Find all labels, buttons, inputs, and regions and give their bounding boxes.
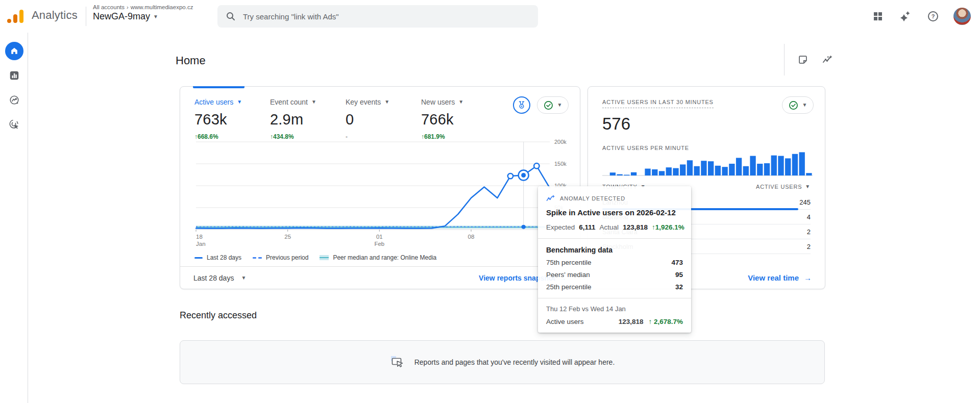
search-bar[interactable] [217, 5, 538, 28]
anomaly-badge: ANOMALY DETECTED [546, 194, 683, 202]
medal-icon [517, 100, 526, 110]
arrow-right-icon: → [804, 273, 812, 282]
city-users: 4 [807, 213, 811, 221]
active-users-per-minute-chart[interactable] [602, 148, 813, 177]
realtime-title: ACTIVE USERS IN LAST 30 MINUTES [602, 99, 714, 108]
select-cursor-icon [390, 355, 405, 369]
nav-reports[interactable] [0, 63, 28, 88]
chevron-down-icon[interactable]: ▼ [384, 99, 389, 105]
chevron-down-icon: ▼ [557, 103, 562, 108]
svg-text:?: ? [932, 13, 935, 19]
check-circle-icon [789, 100, 798, 110]
nav-explore[interactable] [0, 88, 28, 112]
anomaly-title: Spike in Active users on 2026-02-12 [546, 208, 683, 217]
benchmarking-button[interactable] [513, 96, 530, 114]
recently-accessed-empty-state: Reports and pages that you've recently v… [180, 340, 825, 384]
metric-value: 0 [346, 111, 421, 128]
realtime-quality-pill[interactable]: ▼ [782, 96, 814, 114]
solid-line-swatch [194, 257, 203, 259]
insights-icon[interactable] [820, 53, 835, 67]
empty-state-text: Reports and pages that you've recently v… [414, 358, 615, 366]
search-icon [226, 11, 236, 21]
band-swatch [320, 255, 329, 260]
chevron-down-icon: ▼ [153, 14, 158, 19]
legend-peer-median: Peer median and range: Online Media [320, 254, 436, 261]
check-circle-icon [544, 100, 553, 110]
svg-text:150k: 150k [554, 161, 567, 167]
add-note-icon[interactable] [796, 53, 810, 67]
svg-text:01: 01 [376, 234, 383, 240]
anomaly-stats: Expected 6,111 Actual 123,818 ↑1,926.1% [546, 223, 683, 231]
advertising-icon [9, 119, 20, 130]
active-users-trend-chart[interactable]: 050k100k150k200k18Jan2501Feb08 [192, 138, 575, 253]
explore-icon [9, 94, 20, 106]
product-name: Analytics [32, 9, 78, 22]
metric-value: 2.9m [270, 111, 346, 128]
divider [86, 7, 86, 26]
benchmark-title: Benchmarking data [546, 246, 683, 254]
metric-tab-active-users[interactable]: Active users▼ 763k ↑668.6% [194, 98, 270, 140]
chevron-right-icon: › [127, 4, 129, 10]
bar-chart-icon [9, 70, 20, 81]
legend-previous-period: Previous period [253, 254, 308, 261]
search-input[interactable] [243, 12, 530, 21]
benchmark-row: 25th percentile32 [546, 283, 683, 291]
analytics-logo-icon [7, 10, 27, 23]
nav-home[interactable] [0, 39, 28, 63]
column-active-users[interactable]: ACTIVE USERS▼ [756, 184, 811, 190]
breadcrumb[interactable]: All accounts › www.multimediaexpo.cz [93, 4, 193, 10]
chevron-down-icon: ▼ [805, 184, 811, 189]
metric-value: 763k [194, 111, 270, 128]
home-icon [5, 42, 23, 60]
breadcrumb-accounts[interactable]: All accounts [93, 4, 125, 10]
anomaly-tooltip: ANOMALY DETECTED Spike in Active users o… [538, 186, 691, 333]
dashed-line-swatch [253, 257, 262, 259]
view-real-time-link[interactable]: View real time → [748, 273, 812, 282]
overview-card: Active users▼ 763k ↑668.6% Event count▼ … [180, 86, 580, 289]
legend-last-28-days: Last 28 days [194, 254, 241, 261]
anomaly-icon [546, 194, 555, 202]
user-avatar[interactable] [953, 8, 971, 25]
page-title: Home [176, 54, 206, 67]
compare-row: Active users 123,818↑ 2,678.7% [546, 318, 683, 325]
ga-home-page: Analytics All accounts › www.multimediae… [0, 0, 980, 403]
recently-accessed-title: Recently accessed [180, 310, 257, 321]
gemini-sparkle-icon[interactable] [898, 9, 913, 23]
metric-tab-event-count[interactable]: Event count▼ 2.9m ↑434.8% [270, 98, 346, 140]
svg-text:Feb: Feb [374, 241, 384, 247]
chevron-down-icon: ▼ [241, 275, 246, 281]
chevron-down-icon[interactable]: ▼ [458, 99, 463, 105]
help-icon[interactable]: ? [926, 9, 940, 23]
divider [538, 238, 691, 239]
left-nav [0, 33, 28, 403]
svg-text:Jan: Jan [196, 241, 206, 247]
data-quality-pill[interactable]: ▼ [537, 96, 569, 114]
benchmark-row: Peers' median95 [546, 271, 683, 279]
date-range-selector[interactable]: Last 28 days ▼ [193, 274, 246, 282]
svg-text:25: 25 [284, 234, 291, 240]
nav-advertising[interactable] [0, 112, 28, 137]
chevron-down-icon: ▼ [802, 103, 807, 108]
selected-metric-indicator [193, 86, 244, 88]
realtime-value: 576 [602, 114, 811, 134]
benchmark-row: 75th percentile473 [546, 259, 683, 266]
divider [538, 298, 691, 298]
chevron-down-icon[interactable]: ▼ [311, 99, 316, 105]
svg-text:200k: 200k [554, 139, 567, 145]
chevron-down-icon[interactable]: ▼ [237, 99, 242, 105]
compare-dates: Thu 12 Feb vs Wed 14 Jan [546, 305, 683, 313]
city-users: 2 [807, 228, 811, 236]
metric-tab-key-events[interactable]: Key events▼ 0 - [346, 98, 421, 140]
svg-text:08: 08 [468, 234, 475, 240]
metric-value: 766k [421, 111, 497, 128]
chart-legend: Last 28 days Previous period Peer median… [194, 254, 436, 261]
city-users: 245 [799, 198, 811, 206]
property-selector[interactable]: NewGA-9may ▼ [93, 11, 193, 22]
city-users: 2 [807, 243, 811, 250]
app-bar: Analytics All accounts › www.multimediae… [0, 0, 980, 33]
metric-tab-new-users[interactable]: New users▼ 766k ↑681.9% [421, 98, 497, 140]
breadcrumb-property[interactable]: www.multimediaexpo.cz [131, 4, 193, 10]
svg-text:18: 18 [196, 234, 203, 240]
google-apps-grid-icon[interactable] [871, 9, 885, 23]
